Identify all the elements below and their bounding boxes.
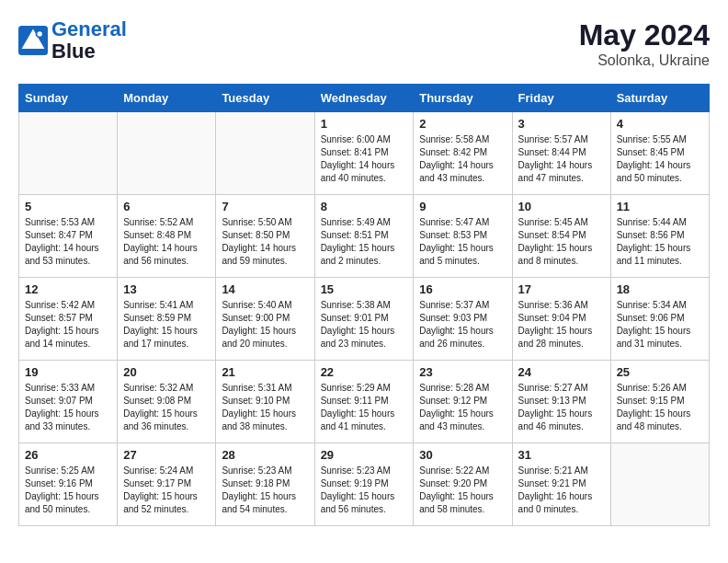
table-row: 29Sunrise: 5:23 AM Sunset: 9:19 PM Dayli… xyxy=(314,443,414,526)
day-number: 16 xyxy=(419,282,506,296)
logo: GeneralBlue xyxy=(18,18,127,63)
day-number: 5 xyxy=(25,200,111,213)
calendar-week-row: 19Sunrise: 5:33 AM Sunset: 9:07 PM Dayli… xyxy=(19,361,710,443)
day-info: Sunrise: 5:23 AM Sunset: 9:18 PM Dayligh… xyxy=(222,465,308,516)
col-monday: Monday xyxy=(118,85,216,112)
table-row xyxy=(118,112,216,195)
day-info: Sunrise: 5:31 AM Sunset: 9:10 PM Dayligh… xyxy=(222,382,308,433)
table-row: 1Sunrise: 6:00 AM Sunset: 8:41 PM Daylig… xyxy=(314,112,414,195)
logo-text: GeneralBlue xyxy=(51,18,127,63)
table-row xyxy=(19,112,118,195)
day-number: 20 xyxy=(123,365,210,379)
table-row: 16Sunrise: 5:37 AM Sunset: 9:03 PM Dayli… xyxy=(414,278,512,361)
page-header: GeneralBlue May 2024 Solonka, Ukraine xyxy=(18,18,710,69)
table-row: 3Sunrise: 5:57 AM Sunset: 8:44 PM Daylig… xyxy=(512,112,610,195)
logo-icon xyxy=(18,26,48,55)
day-info: Sunrise: 5:53 AM Sunset: 8:47 PM Dayligh… xyxy=(25,216,111,268)
table-row: 7Sunrise: 5:50 AM Sunset: 8:50 PM Daylig… xyxy=(216,195,314,278)
table-row: 17Sunrise: 5:36 AM Sunset: 9:04 PM Dayli… xyxy=(512,278,610,361)
calendar-week-row: 12Sunrise: 5:42 AM Sunset: 8:57 PM Dayli… xyxy=(19,278,710,361)
table-row: 9Sunrise: 5:47 AM Sunset: 8:53 PM Daylig… xyxy=(414,195,512,278)
day-number: 30 xyxy=(419,448,506,462)
day-info: Sunrise: 5:26 AM Sunset: 9:15 PM Dayligh… xyxy=(617,382,703,433)
day-number: 21 xyxy=(222,365,308,379)
day-info: Sunrise: 5:34 AM Sunset: 9:06 PM Dayligh… xyxy=(617,299,703,350)
table-row: 2Sunrise: 5:58 AM Sunset: 8:42 PM Daylig… xyxy=(414,112,512,195)
table-row: 18Sunrise: 5:34 AM Sunset: 9:06 PM Dayli… xyxy=(610,278,709,361)
day-info: Sunrise: 5:33 AM Sunset: 9:07 PM Dayligh… xyxy=(25,382,111,433)
table-row: 20Sunrise: 5:32 AM Sunset: 9:08 PM Dayli… xyxy=(118,361,216,443)
day-number: 9 xyxy=(419,200,506,213)
calendar: Sunday Monday Tuesday Wednesday Thursday… xyxy=(18,84,710,526)
day-number: 25 xyxy=(617,365,703,379)
day-number: 23 xyxy=(419,365,506,379)
day-info: Sunrise: 5:23 AM Sunset: 9:19 PM Dayligh… xyxy=(321,465,408,516)
location: Solonka, Ukraine xyxy=(579,52,710,69)
day-number: 24 xyxy=(518,365,605,379)
table-row: 31Sunrise: 5:21 AM Sunset: 9:21 PM Dayli… xyxy=(512,443,610,526)
table-row: 8Sunrise: 5:49 AM Sunset: 8:51 PM Daylig… xyxy=(314,195,414,278)
day-info: Sunrise: 5:36 AM Sunset: 9:04 PM Dayligh… xyxy=(518,299,605,350)
month-year: May 2024 xyxy=(579,18,710,52)
day-info: Sunrise: 5:32 AM Sunset: 9:08 PM Dayligh… xyxy=(123,382,210,433)
table-row: 21Sunrise: 5:31 AM Sunset: 9:10 PM Dayli… xyxy=(216,361,314,443)
day-number: 27 xyxy=(123,448,210,462)
table-row: 14Sunrise: 5:40 AM Sunset: 9:00 PM Dayli… xyxy=(216,278,314,361)
day-info: Sunrise: 5:58 AM Sunset: 8:42 PM Dayligh… xyxy=(419,133,506,185)
day-info: Sunrise: 5:42 AM Sunset: 8:57 PM Dayligh… xyxy=(25,299,111,350)
table-row: 11Sunrise: 5:44 AM Sunset: 8:56 PM Dayli… xyxy=(610,195,709,278)
svg-point-3 xyxy=(37,31,41,36)
col-tuesday: Tuesday xyxy=(216,85,314,112)
day-number: 3 xyxy=(518,117,605,131)
day-number: 7 xyxy=(222,200,308,213)
day-info: Sunrise: 5:37 AM Sunset: 9:03 PM Dayligh… xyxy=(419,299,506,350)
table-row: 6Sunrise: 5:52 AM Sunset: 8:48 PM Daylig… xyxy=(118,195,216,278)
day-info: Sunrise: 5:24 AM Sunset: 9:17 PM Dayligh… xyxy=(123,465,210,516)
table-row: 24Sunrise: 5:27 AM Sunset: 9:13 PM Dayli… xyxy=(512,361,610,443)
day-info: Sunrise: 5:55 AM Sunset: 8:45 PM Dayligh… xyxy=(617,133,703,185)
table-row xyxy=(610,443,709,526)
col-friday: Friday xyxy=(512,85,610,112)
table-row: 30Sunrise: 5:22 AM Sunset: 9:20 PM Dayli… xyxy=(414,443,512,526)
day-info: Sunrise: 5:22 AM Sunset: 9:20 PM Dayligh… xyxy=(419,465,506,516)
day-info: Sunrise: 6:00 AM Sunset: 8:41 PM Dayligh… xyxy=(321,133,408,185)
table-row: 26Sunrise: 5:25 AM Sunset: 9:16 PM Dayli… xyxy=(19,443,118,526)
day-number: 1 xyxy=(321,117,408,131)
table-row: 27Sunrise: 5:24 AM Sunset: 9:17 PM Dayli… xyxy=(118,443,216,526)
day-number: 12 xyxy=(25,282,111,296)
day-info: Sunrise: 5:50 AM Sunset: 8:50 PM Dayligh… xyxy=(222,216,308,268)
day-info: Sunrise: 5:21 AM Sunset: 9:21 PM Dayligh… xyxy=(518,465,605,516)
day-number: 29 xyxy=(321,448,408,462)
day-number: 2 xyxy=(419,117,506,131)
calendar-week-row: 1Sunrise: 6:00 AM Sunset: 8:41 PM Daylig… xyxy=(19,112,710,195)
table-row: 22Sunrise: 5:29 AM Sunset: 9:11 PM Dayli… xyxy=(314,361,414,443)
day-number: 10 xyxy=(518,200,605,213)
table-row: 25Sunrise: 5:26 AM Sunset: 9:15 PM Dayli… xyxy=(610,361,709,443)
day-number: 31 xyxy=(518,448,605,462)
day-number: 26 xyxy=(25,448,111,462)
day-number: 11 xyxy=(617,200,703,213)
day-number: 22 xyxy=(321,365,408,379)
day-info: Sunrise: 5:27 AM Sunset: 9:13 PM Dayligh… xyxy=(518,382,605,433)
table-row: 15Sunrise: 5:38 AM Sunset: 9:01 PM Dayli… xyxy=(314,278,414,361)
day-info: Sunrise: 5:47 AM Sunset: 8:53 PM Dayligh… xyxy=(419,216,506,268)
col-sunday: Sunday xyxy=(19,85,118,112)
day-info: Sunrise: 5:44 AM Sunset: 8:56 PM Dayligh… xyxy=(617,216,703,268)
day-number: 4 xyxy=(617,117,703,131)
day-info: Sunrise: 5:57 AM Sunset: 8:44 PM Dayligh… xyxy=(518,133,605,185)
calendar-header-row: Sunday Monday Tuesday Wednesday Thursday… xyxy=(19,85,710,112)
col-thursday: Thursday xyxy=(414,85,512,112)
day-info: Sunrise: 5:28 AM Sunset: 9:12 PM Dayligh… xyxy=(419,382,506,433)
table-row: 10Sunrise: 5:45 AM Sunset: 8:54 PM Dayli… xyxy=(512,195,610,278)
day-number: 18 xyxy=(617,282,703,296)
day-info: Sunrise: 5:45 AM Sunset: 8:54 PM Dayligh… xyxy=(518,216,605,268)
table-row xyxy=(216,112,314,195)
day-number: 14 xyxy=(222,282,308,296)
day-info: Sunrise: 5:41 AM Sunset: 8:59 PM Dayligh… xyxy=(123,299,210,350)
col-wednesday: Wednesday xyxy=(314,85,414,112)
calendar-week-row: 26Sunrise: 5:25 AM Sunset: 9:16 PM Dayli… xyxy=(19,443,710,526)
table-row: 13Sunrise: 5:41 AM Sunset: 8:59 PM Dayli… xyxy=(118,278,216,361)
calendar-week-row: 5Sunrise: 5:53 AM Sunset: 8:47 PM Daylig… xyxy=(19,195,710,278)
day-info: Sunrise: 5:40 AM Sunset: 9:00 PM Dayligh… xyxy=(222,299,308,350)
day-number: 15 xyxy=(321,282,408,296)
